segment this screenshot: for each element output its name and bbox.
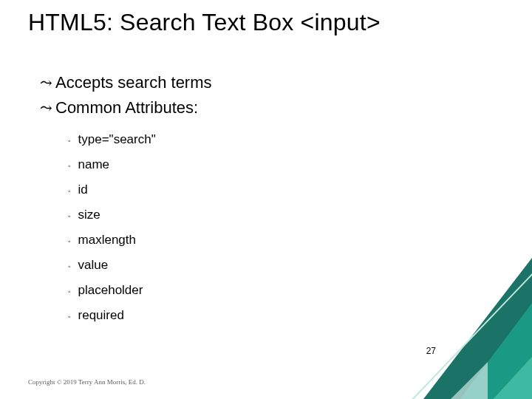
slide: HTML5: Search Text Box <input> ⤳ Accepts… xyxy=(0,0,532,399)
ring-bullet-icon: ◦ xyxy=(68,305,71,329)
ring-bullet-icon: ◦ xyxy=(68,129,71,153)
ring-bullet-icon: ◦ xyxy=(68,230,71,253)
ring-bullet-icon: ◦ xyxy=(68,154,71,178)
slide-body: ⤳ Accepts search terms ⤳ Common Attribut… xyxy=(40,70,454,329)
attr-text: required xyxy=(78,304,124,327)
svg-marker-1 xyxy=(443,273,532,399)
attr-text: type="search" xyxy=(78,128,156,151)
attr-text: size xyxy=(78,203,100,227)
svg-marker-3 xyxy=(473,332,532,399)
attribute-list: ◦ type="search" ◦ name ◦ id ◦ size ◦ max… xyxy=(68,128,454,329)
slide-title: HTML5: Search Text Box <input> xyxy=(28,9,381,36)
attr-text: placeholder xyxy=(78,279,143,302)
attr-text: id xyxy=(78,178,88,202)
attr-text: value xyxy=(78,253,109,277)
list-item: ◦ required xyxy=(68,304,454,329)
ring-bullet-icon: ◦ xyxy=(68,255,71,279)
bullet-item: ⤳ Accepts search terms xyxy=(40,70,454,95)
list-item: ◦ type="search" xyxy=(68,128,454,153)
list-item: ◦ size xyxy=(68,203,454,228)
bullet-text: Accepts search terms xyxy=(55,70,212,95)
bullet-icon: ⤳ xyxy=(40,70,52,95)
list-item: ◦ maxlength xyxy=(68,228,454,253)
svg-marker-5 xyxy=(429,362,488,399)
bullet-icon: ⤳ xyxy=(40,95,52,120)
list-item: ◦ placeholder xyxy=(68,279,454,304)
ring-bullet-icon: ◦ xyxy=(68,280,71,304)
list-item: ◦ value xyxy=(68,253,454,279)
ring-bullet-icon: ◦ xyxy=(68,205,71,228)
list-item: ◦ name xyxy=(68,153,454,178)
svg-marker-4 xyxy=(510,377,532,399)
bullet-item: ⤳ Common Attributes: xyxy=(40,95,454,120)
copyright-text: Copyright © 2019 Terry Ann Morris, Ed. D… xyxy=(28,378,146,386)
bullet-text: Common Attributes: xyxy=(55,95,198,120)
attr-text: maxlength xyxy=(78,228,136,252)
attr-text: name xyxy=(78,153,110,177)
list-item: ◦ id xyxy=(68,178,454,203)
page-number: 27 xyxy=(426,346,436,356)
ring-bullet-icon: ◦ xyxy=(68,180,71,203)
